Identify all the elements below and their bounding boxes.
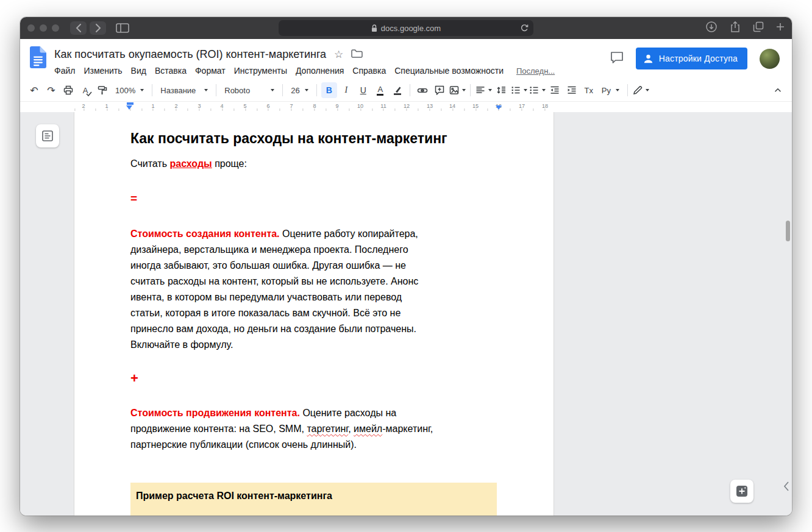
downloads-button[interactable]	[705, 21, 718, 35]
document-title[interactable]: Как посчитать окупаемость (ROI) контент-…	[54, 48, 326, 61]
paint-format-button[interactable]	[94, 82, 110, 98]
menu-addons[interactable]: Дополнения	[291, 66, 348, 76]
editing-mode-button[interactable]	[632, 82, 649, 98]
tabs-icon	[753, 21, 764, 32]
italic-button[interactable]: I	[338, 82, 354, 98]
toolbar-divider	[470, 84, 471, 96]
undo-button[interactable]: ↶	[26, 82, 42, 98]
add-comment-button[interactable]	[432, 82, 447, 98]
clear-formatting-button[interactable]: Tx	[581, 82, 597, 98]
highlighter-icon	[392, 85, 403, 96]
ruler-number: 5	[243, 103, 246, 109]
star-icon[interactable]: ☆	[334, 49, 343, 60]
sidebar-icon	[116, 23, 129, 33]
font-size-select[interactable]: 26	[287, 82, 312, 98]
menu-edit[interactable]: Изменить	[79, 66, 126, 76]
ruler-number: 14	[449, 103, 455, 109]
docs-header: Как посчитать окупаемость (ROI) контент-…	[20, 39, 792, 79]
menu-insert[interactable]: Вставка	[151, 66, 191, 76]
titlebar-actions	[705, 21, 785, 35]
redo-button[interactable]: ↷	[43, 82, 59, 98]
insert-link-button[interactable]	[415, 82, 430, 98]
document-canvas: Как посчитать расходы на контент-маркети…	[20, 112, 792, 516]
share-button[interactable]: Настройки Доступа	[636, 48, 747, 69]
chevron-down-icon	[204, 89, 208, 91]
person-icon	[643, 54, 654, 64]
add-comment-icon	[434, 85, 445, 96]
spellcheck-button[interactable]: A	[77, 82, 93, 98]
browser-window: docs.google.com Как пос	[20, 17, 792, 516]
share-button-label: Настройки Доступа	[659, 54, 738, 63]
share-page-button[interactable]	[730, 21, 741, 35]
text-line: продвижение контента: на SEO, SMM, тарге…	[130, 421, 497, 437]
numbered-list-button[interactable]	[510, 82, 527, 98]
underline-button[interactable]: U	[355, 82, 371, 98]
menu-accessibility[interactable]: Специальные возможности	[390, 66, 508, 76]
font-value: Roboto	[224, 86, 250, 95]
tab-overview-button[interactable]	[753, 21, 764, 35]
chevron-down-icon	[305, 89, 308, 91]
text-line: принесло вам дохода, но деньги на создан…	[130, 321, 497, 337]
maximize-window-button[interactable]	[52, 24, 59, 32]
align-button[interactable]	[475, 82, 492, 98]
line-spacing-button[interactable]	[493, 82, 509, 98]
ruler[interactable]: 2 1 1 2 3 4 5 6 7 8 9 10 11 12 13 14 15 …	[20, 102, 792, 112]
scrollbar-thumb[interactable]	[786, 221, 790, 241]
address-bar[interactable]: docs.google.com	[279, 20, 533, 36]
document-page[interactable]: Как посчитать расходы на контент-маркети…	[74, 112, 554, 516]
explore-button[interactable]	[730, 480, 753, 503]
close-window-button[interactable]	[27, 24, 35, 32]
paragraph-style-select[interactable]: Название	[156, 82, 212, 98]
user-avatar[interactable]	[760, 49, 780, 69]
menu-help[interactable]: Справка	[348, 66, 390, 76]
text-run: Оцените расходы на	[300, 408, 396, 418]
new-tab-button[interactable]	[776, 23, 785, 34]
text-run: Оцените работу копирайтера,	[280, 229, 418, 239]
chevron-down-icon	[271, 89, 274, 91]
last-edit-link[interactable]: Последн...	[516, 66, 555, 76]
insert-image-button[interactable]	[449, 82, 466, 98]
ruler-number: 18	[542, 103, 548, 109]
text-color-icon: A	[377, 85, 383, 96]
text-line: Стоимость создания контента. Оцените раб…	[130, 226, 497, 242]
text-color-button[interactable]: A	[372, 82, 388, 98]
bulleted-list-button[interactable]	[529, 82, 546, 98]
minimize-window-button[interactable]	[40, 24, 47, 32]
menu-tools[interactable]: Инструменты	[230, 66, 291, 76]
outdent-icon	[549, 85, 560, 96]
back-button[interactable]	[70, 21, 87, 35]
collapse-side-panel-button[interactable]	[783, 479, 791, 494]
menu-file[interactable]: Файл	[54, 66, 79, 76]
hide-menus-button[interactable]	[770, 82, 786, 98]
font-size-value: 26	[291, 86, 299, 95]
font-select[interactable]: Roboto	[220, 82, 279, 98]
left-indent-marker[interactable]	[126, 105, 132, 110]
text-run-red: расходы	[169, 158, 212, 169]
print-button[interactable]	[60, 82, 76, 98]
text-line: Считать расходы проще:	[130, 156, 497, 172]
docs-logo-icon[interactable]	[30, 46, 46, 79]
zoom-select[interactable]: 100%	[111, 82, 148, 98]
menu-format[interactable]: Формат	[191, 66, 230, 76]
chevron-right-icon	[95, 24, 101, 32]
lock-icon	[371, 24, 377, 32]
sidebar-toggle-button[interactable]	[116, 23, 129, 33]
move-to-folder-icon[interactable]	[351, 49, 363, 60]
right-indent-marker[interactable]	[496, 105, 502, 110]
highlight-color-button[interactable]	[390, 82, 405, 98]
show-outline-button[interactable]	[36, 124, 59, 147]
misspelled-word: имейл	[354, 424, 382, 434]
bold-button[interactable]: B	[321, 82, 337, 98]
increase-indent-button[interactable]	[564, 82, 580, 98]
toolbar: ↶ ↷ A 100% Название Roboto 26 B I U A	[20, 79, 792, 102]
first-line-indent-marker[interactable]	[127, 102, 134, 105]
menu-view[interactable]: Вид	[127, 66, 151, 76]
ruler-number: 1	[151, 103, 154, 109]
ruler-number: 7	[290, 103, 293, 109]
decrease-indent-button[interactable]	[547, 82, 563, 98]
forward-button[interactable]	[90, 21, 106, 35]
input-tools-button[interactable]: Ру	[597, 82, 624, 98]
refresh-button[interactable]	[521, 24, 529, 34]
comments-button[interactable]	[610, 51, 624, 66]
spellcheck-icon: A	[83, 86, 88, 95]
